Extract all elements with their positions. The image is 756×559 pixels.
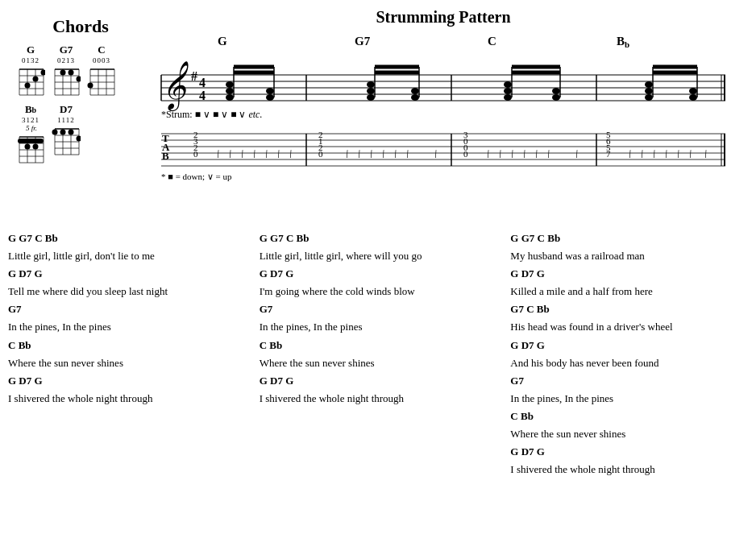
svg-text:/: / [534, 147, 540, 160]
svg-text:/: / [368, 147, 375, 160]
svg-point-80 [226, 81, 234, 88]
svg-point-105 [645, 94, 653, 101]
verse-3-chords-2: G D7 G [510, 265, 750, 283]
chord-g-fingering: 0132 [22, 56, 39, 64]
chord-d7: D7 1112 [52, 103, 81, 164]
verse-1-lyrics-3: In the pines, In the pines [8, 318, 247, 336]
svg-text:/: / [276, 147, 282, 160]
svg-text:/: / [433, 147, 439, 160]
svg-text:0: 0 [318, 149, 323, 159]
svg-text:𝄞: 𝄞 [161, 61, 189, 112]
svg-text:/: / [227, 147, 234, 160]
verse-1-lyrics-4: Where the sun never shines [8, 354, 247, 372]
svg-point-33 [88, 83, 93, 89]
verse-1-chords-2: G D7 G [8, 265, 247, 283]
verse-1-chords-1: G G7 C Bb [8, 230, 247, 247]
chord-d7-diagram [52, 124, 81, 156]
svg-point-87 [367, 94, 375, 101]
svg-text:/: / [497, 147, 504, 160]
verse-2-lyrics-5: I shivered the whole night through [260, 390, 499, 408]
verse-3-chords-4: G D7 G [510, 337, 750, 354]
chord-g7-diagram [52, 64, 81, 97]
chord-g: G 0132 [16, 43, 45, 97]
svg-point-23 [77, 77, 81, 82]
svg-point-102 [552, 94, 560, 101]
svg-point-84 [266, 94, 274, 101]
svg-text:/: / [574, 147, 580, 160]
svg-rect-43 [18, 139, 44, 143]
chord-g7-name: G7 [60, 43, 73, 56]
svg-point-85 [266, 88, 274, 94]
verse-3-chords-1: G G7 C Bb [510, 230, 750, 247]
svg-text:/: / [639, 147, 646, 160]
chord-c-name: C [98, 43, 105, 56]
svg-point-10 [25, 83, 31, 89]
svg-text:G: G [218, 35, 227, 48]
verse-3: G G7 C Bb My husband was a railroad man … [510, 230, 750, 478]
verse-2-lyrics-4: Where the sun never shines [260, 354, 499, 372]
svg-text:/: / [651, 147, 658, 160]
chord-d7-fingering: 1112 [57, 116, 74, 124]
chord-g-diagram [16, 64, 45, 97]
verse-3-chords-3: G7 C Bb [510, 300, 750, 318]
verse-2-lyrics-2: I'm going where the cold winds blow [260, 283, 499, 300]
svg-point-78 [226, 94, 234, 101]
svg-text:* ■ = down; ∨ = up: * ■ = down; ∨ = up [161, 172, 232, 181]
verse-3-chords-5: G7 [510, 372, 750, 390]
svg-point-93 [411, 94, 419, 101]
svg-point-57 [69, 130, 74, 135]
svg-point-58 [77, 136, 81, 142]
verse-2-chords-4: C Bb [260, 337, 499, 354]
verse-1-lyrics-1: Little girl, little girl, don't lie to m… [8, 247, 247, 265]
lyrics-section: G G7 C Bb Little girl, little girl, don'… [8, 230, 750, 478]
verse-1-lyrics-5: I shivered the whole night through [8, 390, 247, 408]
strumming-title: Strumming Pattern [149, 8, 737, 27]
verse-3-chords-7: G D7 G [510, 443, 750, 461]
svg-point-97 [504, 88, 512, 94]
svg-text:/: / [509, 147, 516, 160]
svg-point-79 [226, 88, 234, 94]
svg-text:B: B [162, 150, 169, 162]
chord-c-fingering: 0003 [93, 56, 110, 64]
svg-text:*Strum: ■ ∨ ■ ∨ ■ ∨  etc.: *Strum: ■ ∨ ■ ∨ ■ ∨ etc. [161, 109, 262, 120]
svg-text:/: / [521, 147, 528, 160]
svg-text:4: 4 [199, 89, 206, 102]
svg-text:0: 0 [463, 149, 468, 159]
verse-3-lyrics-2: Killed a mile and a half from here [510, 283, 750, 300]
svg-point-89 [367, 81, 375, 88]
svg-text:/: / [344, 147, 351, 160]
svg-text:4: 4 [199, 76, 206, 89]
svg-point-11 [41, 70, 46, 76]
chord-d7-name: D7 [60, 103, 73, 116]
svg-text:/: / [485, 147, 492, 160]
verse-2-lyrics-1: Little girl, little girl, where will you… [260, 247, 499, 265]
svg-text:Bb: Bb [617, 35, 629, 49]
svg-point-44 [25, 144, 31, 150]
chord-row-2: Bb 3121 5 fr. D7 1112 [16, 103, 145, 164]
svg-text:/: / [687, 147, 694, 160]
svg-point-9 [33, 77, 39, 82]
verse-3-lyrics-1: My husband was a railroad man [510, 247, 750, 265]
svg-point-21 [69, 70, 74, 76]
chords-section: Chords G 0132 [16, 16, 145, 171]
chord-bb-diagram [16, 132, 45, 164]
verse-3-lyrics-6: Where the sun never shines [510, 425, 750, 443]
verse-2-chords-5: G D7 G [260, 372, 499, 390]
svg-text:0: 0 [193, 149, 198, 159]
svg-point-107 [645, 81, 653, 88]
chord-bb-fret: 5 fr. [26, 124, 37, 132]
verse-3-chords-6: C Bb [510, 408, 750, 425]
svg-text:/: / [546, 147, 552, 160]
verse-3-lyrics-7: I shivered the whole night through [510, 461, 750, 478]
svg-text:/: / [239, 147, 246, 160]
svg-text:/: / [251, 147, 258, 160]
verse-2: G G7 C Bb Little girl, little girl, wher… [260, 230, 499, 478]
verse-1-lyrics-2: Tell me where did you sleep last night [8, 283, 247, 300]
svg-point-96 [504, 94, 512, 101]
svg-text:/: / [356, 147, 363, 160]
svg-point-22 [60, 70, 66, 76]
svg-point-45 [33, 144, 39, 150]
svg-point-88 [367, 88, 375, 94]
svg-point-56 [60, 130, 66, 135]
chord-c-diagram [87, 64, 116, 97]
